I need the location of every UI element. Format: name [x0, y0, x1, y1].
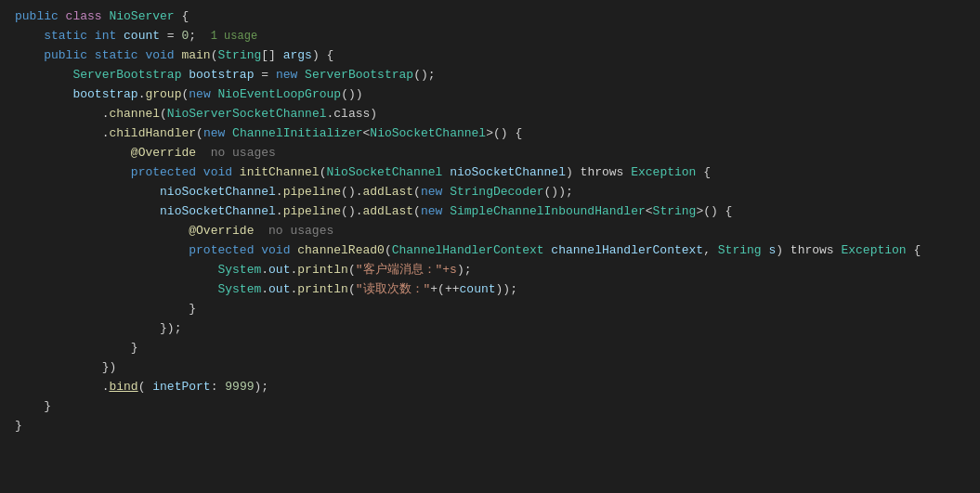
- line-content: @Override no usages: [15, 222, 333, 241]
- line-content: .bind( inetPort: 9999);: [15, 378, 268, 397]
- line-content: public class NioServer {: [15, 7, 189, 27]
- line-content: }: [15, 339, 138, 358]
- code-line: }: [0, 417, 980, 436]
- code-line: });: [0, 319, 980, 339]
- code-line: }: [0, 339, 980, 358]
- code-line: public static void main(String[] args) {: [0, 46, 980, 66]
- code-line: .bind( inetPort: 9999);: [0, 378, 980, 397]
- code-line: .childHandler(new ChannelInitializer<Nio…: [0, 124, 980, 144]
- line-content: System.out.println("读取次数："+(++count));: [15, 280, 517, 300]
- line-content: }): [15, 358, 116, 378]
- line-content: .channel(NioServerSocketChannel.class): [15, 105, 377, 124]
- code-line: ServerBootstrap bootstrap = new ServerBo…: [0, 66, 980, 85]
- code-editor: public class NioServer { static int coun…: [0, 0, 980, 493]
- line-content: static int count = 0; 1 usage: [15, 27, 257, 46]
- line-content: bootstrap.group(new NioEventLoopGroup()): [15, 85, 363, 105]
- line-content: .childHandler(new ChannelInitializer<Nio…: [15, 124, 522, 144]
- line-content: });: [15, 319, 181, 339]
- line-content: }: [15, 300, 196, 319]
- line-content: }: [15, 417, 22, 436]
- code-line: System.out.println("读取次数："+(++count));: [0, 280, 980, 300]
- code-line: static int count = 0; 1 usage: [0, 27, 980, 46]
- code-line: }: [0, 300, 980, 319]
- code-line: }): [0, 358, 980, 378]
- code-line: }: [0, 397, 980, 417]
- code-line: public class NioServer {: [0, 7, 980, 27]
- code-line: bootstrap.group(new NioEventLoopGroup()): [0, 85, 980, 105]
- code-line: .channel(NioServerSocketChannel.class): [0, 105, 980, 124]
- code-line: System.out.println("客户端消息："+s);: [0, 261, 980, 280]
- code-line: nioSocketChannel.pipeline().addLast(new …: [0, 202, 980, 222]
- line-content: protected void initChannel(NioSocketChan…: [15, 163, 711, 183]
- line-content: nioSocketChannel.pipeline().addLast(new …: [15, 202, 732, 222]
- line-content: System.out.println("客户端消息："+s);: [15, 261, 472, 280]
- line-content: public static void main(String[] args) {: [15, 46, 333, 66]
- line-content: protected void channelRead0(ChannelHandl…: [15, 241, 921, 261]
- code-line: protected void initChannel(NioSocketChan…: [0, 163, 980, 183]
- code-line: @Override no usages: [0, 144, 980, 163]
- code-line: nioSocketChannel.pipeline().addLast(new …: [0, 183, 980, 202]
- line-content: ServerBootstrap bootstrap = new ServerBo…: [15, 66, 436, 85]
- code-line: protected void channelRead0(ChannelHandl…: [0, 241, 980, 261]
- line-content: }: [15, 397, 51, 417]
- line-content: @Override no usages: [15, 144, 276, 163]
- code-line: @Override no usages: [0, 222, 980, 241]
- line-content: nioSocketChannel.pipeline().addLast(new …: [15, 183, 573, 202]
